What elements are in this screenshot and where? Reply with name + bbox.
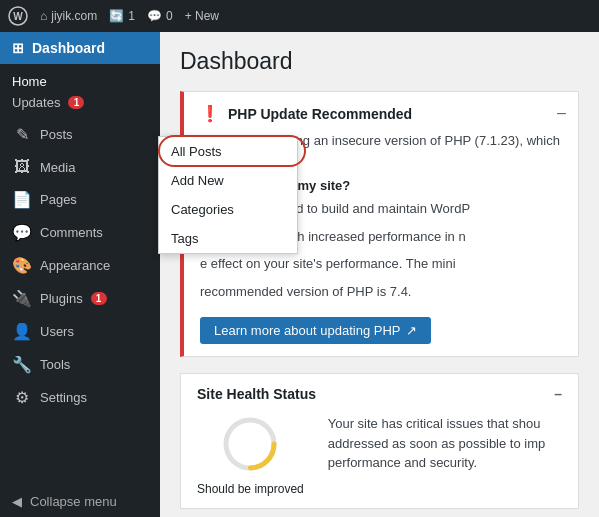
sidebar-dashboard-label: Dashboard	[32, 40, 105, 56]
users-icon: 👤	[12, 322, 32, 341]
comments-bar-icon: 🔄	[109, 9, 124, 23]
appearance-label: Appearance	[40, 258, 110, 273]
tags-label: Tags	[171, 231, 198, 246]
php-notice-icon: ❗	[200, 104, 220, 123]
php-notice-body4: recommended version of PHP is 7.4.	[200, 282, 562, 302]
categories-label: Categories	[171, 202, 234, 217]
sidebar-item-media[interactable]: 🖼 Media	[0, 151, 160, 183]
sidebar-item-comments[interactable]: 💬 Comments	[0, 216, 160, 249]
updates-badge: 1	[68, 96, 84, 109]
comments-icon: 💬	[12, 223, 32, 242]
comment-count: 0	[166, 9, 173, 23]
tools-label: Tools	[40, 357, 70, 372]
learn-more-label: Learn more about updating PHP	[214, 323, 400, 338]
dropdown-categories[interactable]: Categories	[159, 195, 297, 224]
sidebar-dashboard-header[interactable]: ⊞ Dashboard	[0, 32, 160, 64]
health-circle-chart	[220, 414, 280, 474]
add-new-label: Add New	[171, 173, 224, 188]
learn-more-icon: ↗	[406, 323, 417, 338]
page-title: Dashboard	[180, 48, 579, 75]
settings-icon: ⚙	[12, 388, 32, 407]
site-health-card: Site Health Status – Should be improved …	[180, 373, 579, 509]
comments-label: Comments	[40, 225, 103, 240]
appearance-icon: 🎨	[12, 256, 32, 275]
collapse-icon: ◀	[12, 494, 22, 509]
dropdown-add-new[interactable]: Add New	[159, 166, 297, 195]
site-health-title: Site Health Status	[197, 386, 316, 402]
sidebar-item-updates[interactable]: Updates 1	[0, 93, 160, 118]
sidebar-item-plugins[interactable]: 🔌 Plugins 1	[0, 282, 160, 315]
health-text: Your site has critical issues that shou …	[328, 414, 562, 473]
new-label: + New	[185, 9, 219, 23]
health-circle-label: Should be improved	[197, 482, 304, 496]
site-health-close[interactable]: –	[554, 386, 562, 402]
comments-bar-item[interactable]: 🔄 1	[109, 9, 135, 23]
health-circle-wrapper: Should be improved	[197, 414, 304, 496]
sidebar-item-posts[interactable]: ✎ Posts	[0, 118, 160, 151]
sidebar-item-tools[interactable]: 🔧 Tools	[0, 348, 160, 381]
home-label: Home	[12, 74, 47, 89]
php-notice-header: ❗ PHP Update Recommended	[200, 104, 562, 123]
home-bar-icon: ⌂	[40, 9, 47, 23]
wp-logo-item[interactable]: W	[8, 6, 28, 26]
pages-icon: 📄	[12, 190, 32, 209]
plugins-icon: 🔌	[12, 289, 32, 308]
posts-label: Posts	[40, 127, 73, 142]
plugins-badge: 1	[91, 292, 107, 305]
comment-icon: 💬	[147, 9, 162, 23]
site-name: jiyik.com	[51, 9, 97, 23]
site-health-header: Site Health Status –	[197, 386, 562, 402]
comment-bubble-item[interactable]: 💬 0	[147, 9, 173, 23]
svg-text:W: W	[13, 11, 23, 22]
posts-dropdown: All Posts Add New Categories Tags	[158, 136, 298, 254]
dashboard-icon: ⊞	[12, 40, 24, 56]
sidebar-item-home[interactable]: Home	[0, 64, 160, 93]
health-content: Should be improved Your site has critica…	[197, 414, 562, 496]
php-notice-body3: e effect on your site's performance. The…	[200, 254, 562, 274]
sidebar-item-appearance[interactable]: 🎨 Appearance	[0, 249, 160, 282]
main-content: Dashboard ❗ PHP Update Recommended – You…	[160, 32, 599, 517]
sidebar-item-settings[interactable]: ⚙ Settings	[0, 381, 160, 414]
comments-count: 1	[128, 9, 135, 23]
wp-logo-icon: W	[8, 6, 28, 26]
plugins-label: Plugins	[40, 291, 83, 306]
php-notice-title: PHP Update Recommended	[228, 106, 412, 122]
all-posts-label: All Posts	[171, 144, 222, 159]
new-content-item[interactable]: + New	[185, 9, 219, 23]
updates-label: Updates	[12, 95, 60, 110]
collapse-menu-button[interactable]: ◀ Collapse menu	[0, 486, 160, 517]
pages-label: Pages	[40, 192, 77, 207]
dropdown-all-posts[interactable]: All Posts	[159, 137, 297, 166]
main-layout: ⊞ Dashboard Home Updates 1 ✎ Posts 🖼 Med…	[0, 32, 599, 517]
admin-bar: W ⌂ jiyik.com 🔄 1 💬 0 + New	[0, 0, 599, 32]
dropdown-tags[interactable]: Tags	[159, 224, 297, 253]
sidebar-item-pages[interactable]: 📄 Pages	[0, 183, 160, 216]
collapse-label: Collapse menu	[30, 494, 117, 509]
media-icon: 🖼	[12, 158, 32, 176]
settings-label: Settings	[40, 390, 87, 405]
learn-more-button[interactable]: Learn more about updating PHP ↗	[200, 317, 431, 344]
tools-icon: 🔧	[12, 355, 32, 374]
sidebar-item-users[interactable]: 👤 Users	[0, 315, 160, 348]
posts-icon: ✎	[12, 125, 32, 144]
users-label: Users	[40, 324, 74, 339]
php-notice-close[interactable]: –	[557, 104, 566, 122]
sidebar: ⊞ Dashboard Home Updates 1 ✎ Posts 🖼 Med…	[0, 32, 160, 517]
home-bar-item[interactable]: ⌂ jiyik.com	[40, 9, 97, 23]
media-label: Media	[40, 160, 75, 175]
